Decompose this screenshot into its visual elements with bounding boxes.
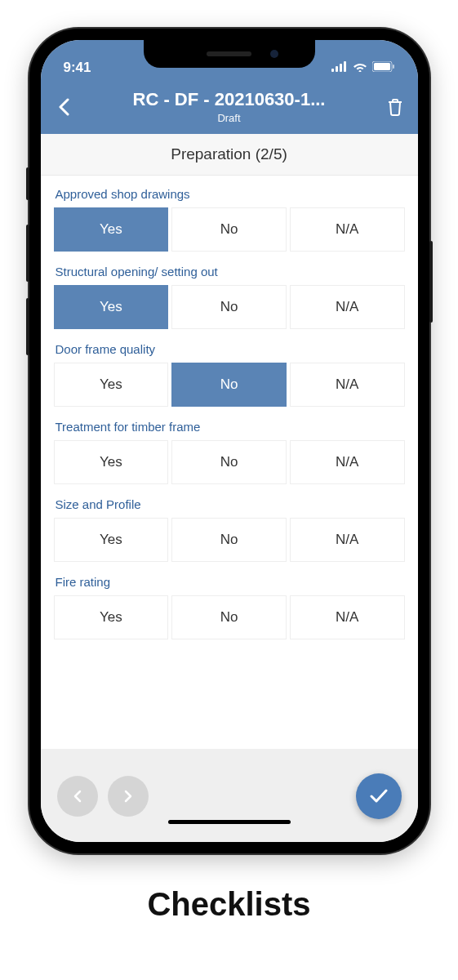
caption: Checklists — [147, 886, 310, 923]
svg-rect-0 — [331, 69, 334, 72]
option-no[interactable]: No — [171, 440, 287, 484]
question-item: Fire ratingYesNoN/A — [54, 575, 405, 639]
option-group: YesNoN/A — [54, 207, 405, 252]
question-label: Door frame quality — [56, 342, 405, 356]
notch — [144, 40, 315, 68]
question-item: Door frame qualityYesNoN/A — [54, 342, 405, 407]
option-no[interactable]: No — [171, 363, 287, 407]
cellular-icon — [331, 60, 348, 76]
option-group: YesNoN/A — [54, 440, 405, 484]
prev-button[interactable] — [57, 776, 98, 817]
question-label: Fire rating — [56, 575, 405, 589]
volume-down-button — [26, 298, 29, 355]
option-no[interactable]: No — [171, 518, 287, 562]
option-yes[interactable]: Yes — [54, 207, 169, 252]
side-button — [26, 167, 29, 200]
question-label: Treatment for timber frame — [56, 420, 405, 434]
status-time: 9:41 — [64, 60, 91, 76]
home-indicator — [168, 820, 291, 824]
option-yes[interactable]: Yes — [54, 363, 169, 407]
battery-icon — [372, 60, 395, 76]
next-button[interactable] — [108, 776, 149, 817]
question-label: Approved shop drawings — [56, 187, 405, 201]
delete-button[interactable] — [384, 98, 407, 116]
svg-rect-6 — [393, 65, 394, 69]
option-group: YesNoN/A — [54, 518, 405, 562]
option-na[interactable]: N/A — [290, 363, 405, 407]
svg-rect-2 — [340, 64, 342, 72]
wifi-icon — [353, 60, 367, 76]
option-na[interactable]: N/A — [290, 440, 405, 484]
section-title: Preparation (2/5) — [41, 134, 418, 176]
question-label: Structural opening/ setting out — [56, 265, 405, 278]
power-button — [429, 241, 433, 323]
question-item: Treatment for timber frameYesNoN/A — [54, 420, 405, 484]
option-yes[interactable]: Yes — [54, 440, 169, 484]
option-group: YesNoN/A — [54, 363, 405, 407]
svg-rect-5 — [374, 63, 390, 70]
svg-rect-3 — [344, 61, 346, 72]
back-button[interactable] — [52, 98, 75, 116]
option-na[interactable]: N/A — [290, 207, 405, 252]
question-item: Approved shop drawingsYesNoN/A — [54, 187, 405, 252]
page-subtitle: Draft — [75, 112, 384, 124]
svg-rect-1 — [336, 66, 338, 72]
question-item: Structural opening/ setting outYesNoN/A — [54, 265, 405, 329]
volume-up-button — [26, 225, 29, 282]
option-no[interactable]: No — [171, 595, 287, 639]
footer-nav — [41, 749, 418, 842]
option-yes[interactable]: Yes — [54, 285, 169, 329]
confirm-button[interactable] — [356, 773, 402, 819]
option-na[interactable]: N/A — [290, 518, 405, 562]
question-label: Size and Profile — [56, 497, 405, 511]
option-na[interactable]: N/A — [290, 595, 405, 639]
page-title: RC - DF - 20210630-1... — [75, 89, 384, 110]
checklist-content: Approved shop drawingsYesNoN/AStructural… — [41, 176, 418, 749]
option-yes[interactable]: Yes — [54, 518, 169, 562]
option-no[interactable]: No — [171, 285, 287, 329]
option-na[interactable]: N/A — [290, 285, 405, 329]
phone-mockup: 9:41 RC - DF - 20210630-1... Draft — [29, 29, 429, 853]
question-item: Size and ProfileYesNoN/A — [54, 497, 405, 562]
option-no[interactable]: No — [171, 207, 287, 252]
app-header: RC - DF - 20210630-1... Draft — [41, 81, 418, 134]
option-yes[interactable]: Yes — [54, 595, 169, 639]
option-group: YesNoN/A — [54, 595, 405, 639]
option-group: YesNoN/A — [54, 285, 405, 329]
